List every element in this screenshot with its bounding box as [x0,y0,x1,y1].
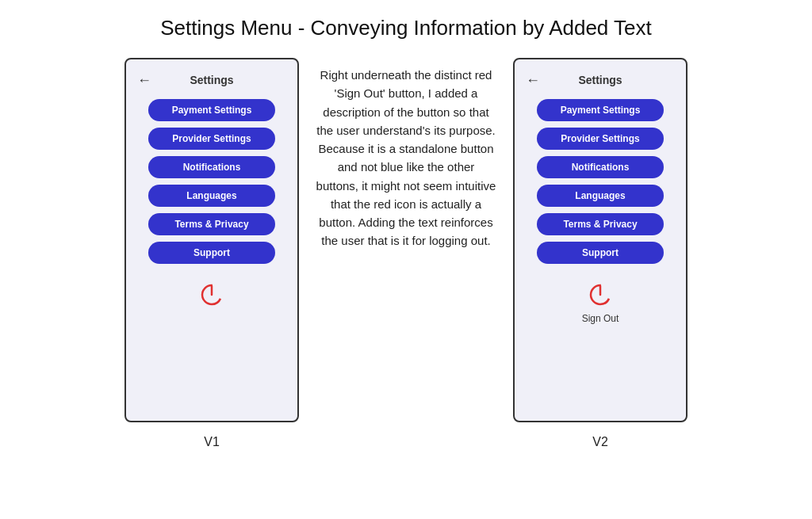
v1-btn-notifications[interactable]: Notifications [148,156,275,178]
v2-phone: ← Settings Payment Settings Provider Set… [513,58,688,422]
v1-label: V1 [204,435,220,449]
v1-btn-provider-settings[interactable]: Provider Settings [148,128,275,150]
v2-btn-notifications[interactable]: Notifications [537,156,664,178]
description-panel: Right underneath the distinct red 'Sign … [299,66,513,250]
v2-back-arrow[interactable]: ← [526,72,540,89]
v1-btn-terms-privacy[interactable]: Terms & Privacy [148,213,275,235]
v1-menu-buttons: Payment Settings Provider Settings Notif… [137,99,286,264]
v2-power-icon[interactable] [585,280,615,310]
v1-btn-support[interactable]: Support [148,242,275,264]
v2-btn-languages[interactable]: Languages [537,185,664,207]
v1-power-icon[interactable] [197,280,227,310]
v2-label: V2 [592,435,608,449]
v2-btn-support[interactable]: Support [537,242,664,264]
v1-btn-languages[interactable]: Languages [148,185,275,207]
v1-btn-payment-settings[interactable]: Payment Settings [148,99,275,121]
v2-sign-out-label[interactable]: Sign Out [582,313,619,324]
v2-btn-terms-privacy[interactable]: Terms & Privacy [537,213,664,235]
v2-wrapper: ← Settings Payment Settings Provider Set… [513,58,688,449]
v2-btn-provider-settings[interactable]: Provider Settings [537,128,664,150]
v2-btn-payment-settings[interactable]: Payment Settings [537,99,664,121]
v2-screen-title: Settings [578,74,622,86]
v1-screen-title: Settings [190,74,233,86]
v1-back-arrow[interactable]: ← [137,72,151,89]
page-title: Settings Menu - Conveying Information by… [160,16,652,40]
v1-phone: ← Settings Payment Settings Provider Set… [124,58,299,422]
v2-menu-buttons: Payment Settings Provider Settings Notif… [526,99,675,264]
v1-wrapper: ← Settings Payment Settings Provider Set… [124,58,299,449]
main-content: ← Settings Payment Settings Provider Set… [24,58,788,449]
